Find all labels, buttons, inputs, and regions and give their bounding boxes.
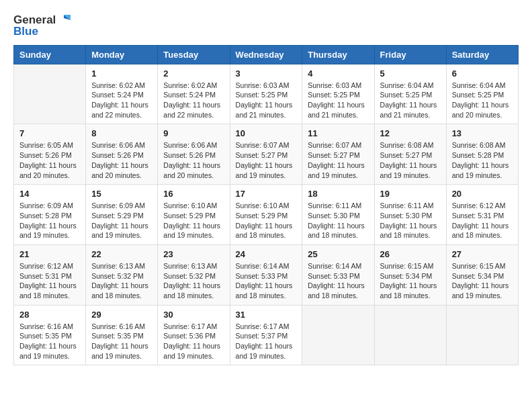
day-info: Sunrise: 6:07 AM Sunset: 5:27 PM Dayligh…: [236, 140, 297, 180]
calendar-cell: 10Sunrise: 6:07 AM Sunset: 5:27 PM Dayli…: [230, 124, 302, 185]
calendar-cell: 25Sunrise: 6:14 AM Sunset: 5:33 PM Dayli…: [302, 244, 374, 305]
day-number: 5: [380, 68, 441, 79]
logo-blue: Blue: [13, 26, 38, 38]
calendar-cell: 16Sunrise: 6:10 AM Sunset: 5:29 PM Dayli…: [158, 185, 230, 245]
day-info: Sunrise: 6:12 AM Sunset: 5:31 PM Dayligh…: [19, 261, 80, 301]
header-saturday: Saturday: [446, 45, 518, 64]
day-number: 21: [19, 249, 80, 259]
day-number: 22: [91, 249, 152, 259]
calendar-cell: 2Sunrise: 6:02 AM Sunset: 5:24 PM Daylig…: [158, 64, 230, 124]
day-number: 24: [236, 249, 297, 259]
day-number: 25: [308, 249, 368, 259]
header-wednesday: Wednesday: [230, 45, 302, 64]
calendar-cell: 6Sunrise: 6:04 AM Sunset: 5:25 PM Daylig…: [446, 64, 518, 124]
calendar-cell: 14Sunrise: 6:09 AM Sunset: 5:28 PM Dayli…: [14, 185, 86, 245]
day-number: 7: [19, 128, 80, 138]
day-info: Sunrise: 6:09 AM Sunset: 5:29 PM Dayligh…: [91, 201, 152, 240]
calendar-cell: 19Sunrise: 6:11 AM Sunset: 5:30 PM Dayli…: [374, 185, 446, 245]
day-info: Sunrise: 6:08 AM Sunset: 5:27 PM Dayligh…: [380, 140, 441, 180]
day-info: Sunrise: 6:04 AM Sunset: 5:25 PM Dayligh…: [380, 81, 441, 120]
calendar-header-row: SundayMondayTuesdayWednesdayThursdayFrid…: [14, 45, 519, 64]
header-friday: Friday: [374, 45, 446, 64]
calendar-cell: 26Sunrise: 6:15 AM Sunset: 5:34 PM Dayli…: [374, 244, 446, 305]
day-info: Sunrise: 6:03 AM Sunset: 5:25 PM Dayligh…: [308, 81, 368, 120]
day-info: Sunrise: 6:17 AM Sunset: 5:36 PM Dayligh…: [163, 322, 224, 361]
day-info: Sunrise: 6:06 AM Sunset: 5:26 PM Dayligh…: [163, 140, 224, 180]
calendar-cell: 23Sunrise: 6:13 AM Sunset: 5:32 PM Dayli…: [158, 244, 230, 305]
day-number: 14: [19, 189, 80, 199]
header-thursday: Thursday: [302, 45, 374, 64]
day-info: Sunrise: 6:02 AM Sunset: 5:24 PM Dayligh…: [163, 81, 224, 120]
day-info: Sunrise: 6:02 AM Sunset: 5:24 PM Dayligh…: [91, 81, 152, 120]
calendar-cell: [14, 64, 86, 124]
calendar-cell: 9Sunrise: 6:06 AM Sunset: 5:26 PM Daylig…: [158, 124, 230, 185]
calendar-table: SundayMondayTuesdayWednesdayThursdayFrid…: [13, 45, 519, 366]
calendar-week-row: 7Sunrise: 6:05 AM Sunset: 5:26 PM Daylig…: [14, 124, 519, 185]
day-info: Sunrise: 6:09 AM Sunset: 5:28 PM Dayligh…: [19, 201, 80, 240]
day-info: Sunrise: 6:14 AM Sunset: 5:33 PM Dayligh…: [308, 261, 368, 301]
calendar-cell: 13Sunrise: 6:08 AM Sunset: 5:28 PM Dayli…: [446, 124, 518, 185]
calendar-week-row: 14Sunrise: 6:09 AM Sunset: 5:28 PM Dayli…: [14, 185, 519, 245]
day-number: 20: [452, 189, 513, 199]
day-info: Sunrise: 6:17 AM Sunset: 5:37 PM Dayligh…: [236, 322, 297, 361]
day-number: 10: [236, 128, 297, 138]
day-number: 30: [163, 310, 224, 320]
calendar-cell: 17Sunrise: 6:10 AM Sunset: 5:29 PM Dayli…: [230, 185, 302, 245]
calendar-week-row: 28Sunrise: 6:16 AM Sunset: 5:35 PM Dayli…: [14, 305, 519, 365]
header-monday: Monday: [86, 45, 158, 64]
day-number: 4: [308, 68, 368, 79]
calendar-cell: 28Sunrise: 6:16 AM Sunset: 5:35 PM Dayli…: [14, 305, 86, 365]
calendar-cell: 21Sunrise: 6:12 AM Sunset: 5:31 PM Dayli…: [14, 244, 86, 305]
calendar-cell: 27Sunrise: 6:15 AM Sunset: 5:34 PM Dayli…: [446, 244, 518, 305]
header-tuesday: Tuesday: [158, 45, 230, 64]
calendar-cell: 8Sunrise: 6:06 AM Sunset: 5:26 PM Daylig…: [86, 124, 158, 185]
day-info: Sunrise: 6:11 AM Sunset: 5:30 PM Dayligh…: [380, 201, 441, 240]
day-info: Sunrise: 6:07 AM Sunset: 5:27 PM Dayligh…: [308, 140, 368, 180]
day-info: Sunrise: 6:12 AM Sunset: 5:31 PM Dayligh…: [452, 201, 513, 240]
day-info: Sunrise: 6:13 AM Sunset: 5:32 PM Dayligh…: [91, 261, 152, 301]
day-info: Sunrise: 6:14 AM Sunset: 5:33 PM Dayligh…: [236, 261, 297, 301]
day-number: 29: [91, 310, 152, 320]
calendar-cell: 4Sunrise: 6:03 AM Sunset: 5:25 PM Daylig…: [302, 64, 374, 124]
day-number: 2: [163, 68, 224, 79]
day-number: 16: [163, 189, 224, 199]
calendar-cell: 7Sunrise: 6:05 AM Sunset: 5:26 PM Daylig…: [14, 124, 86, 185]
day-info: Sunrise: 6:15 AM Sunset: 5:34 PM Dayligh…: [380, 261, 441, 301]
calendar-cell: [374, 305, 446, 365]
day-info: Sunrise: 6:03 AM Sunset: 5:25 PM Dayligh…: [236, 81, 297, 120]
calendar-cell: 3Sunrise: 6:03 AM Sunset: 5:25 PM Daylig…: [230, 64, 302, 124]
day-info: Sunrise: 6:16 AM Sunset: 5:35 PM Dayligh…: [91, 322, 152, 361]
calendar-cell: 12Sunrise: 6:08 AM Sunset: 5:27 PM Dayli…: [374, 124, 446, 185]
calendar-cell: 31Sunrise: 6:17 AM Sunset: 5:37 PM Dayli…: [230, 305, 302, 365]
logo: General Blue: [13, 13, 72, 38]
calendar-cell: 11Sunrise: 6:07 AM Sunset: 5:27 PM Dayli…: [302, 124, 374, 185]
day-info: Sunrise: 6:11 AM Sunset: 5:30 PM Dayligh…: [308, 201, 368, 240]
day-number: 23: [163, 249, 224, 259]
day-number: 6: [452, 68, 513, 79]
day-number: 27: [452, 249, 513, 259]
day-number: 28: [19, 310, 80, 320]
page-header: General Blue: [13, 13, 519, 38]
header-sunday: Sunday: [14, 45, 86, 64]
day-number: 19: [380, 189, 441, 199]
day-number: 3: [236, 68, 297, 79]
day-number: 15: [91, 189, 152, 199]
day-info: Sunrise: 6:16 AM Sunset: 5:35 PM Dayligh…: [19, 322, 80, 361]
calendar-cell: 22Sunrise: 6:13 AM Sunset: 5:32 PM Dayli…: [86, 244, 158, 305]
day-number: 31: [236, 310, 297, 320]
day-number: 11: [308, 128, 368, 138]
calendar-cell: 20Sunrise: 6:12 AM Sunset: 5:31 PM Dayli…: [446, 185, 518, 245]
calendar-cell: 18Sunrise: 6:11 AM Sunset: 5:30 PM Dayli…: [302, 185, 374, 245]
calendar-cell: 1Sunrise: 6:02 AM Sunset: 5:24 PM Daylig…: [86, 64, 158, 124]
calendar-cell: 29Sunrise: 6:16 AM Sunset: 5:35 PM Dayli…: [86, 305, 158, 365]
day-info: Sunrise: 6:13 AM Sunset: 5:32 PM Dayligh…: [163, 261, 224, 301]
calendar-week-row: 21Sunrise: 6:12 AM Sunset: 5:31 PM Dayli…: [14, 244, 519, 305]
day-info: Sunrise: 6:10 AM Sunset: 5:29 PM Dayligh…: [163, 201, 224, 240]
day-number: 13: [452, 128, 513, 138]
day-number: 17: [236, 189, 297, 199]
day-info: Sunrise: 6:04 AM Sunset: 5:25 PM Dayligh…: [452, 81, 513, 120]
day-number: 9: [163, 128, 224, 138]
calendar-week-row: 1Sunrise: 6:02 AM Sunset: 5:24 PM Daylig…: [14, 64, 519, 124]
calendar-cell: 5Sunrise: 6:04 AM Sunset: 5:25 PM Daylig…: [374, 64, 446, 124]
day-info: Sunrise: 6:10 AM Sunset: 5:29 PM Dayligh…: [236, 201, 297, 240]
